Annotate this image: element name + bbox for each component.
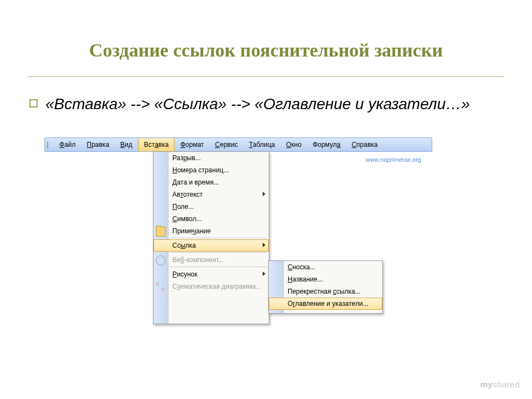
slide: Создание ссылок пояснительной записки «В… xyxy=(0,0,532,399)
link-submenu-item[interactable]: Сноска... xyxy=(269,261,382,273)
menu-таблица[interactable]: Таблица xyxy=(243,138,280,151)
insert-menu-item: Веб-компонент... xyxy=(154,254,269,266)
bullet-line: «Вставка» --> «Ссылка» --> «Оглавление и… xyxy=(29,94,489,114)
insert-menu-item[interactable]: Примечание xyxy=(154,225,269,237)
link-submenu-item[interactable]: Перекрестная ссылка... xyxy=(269,285,382,298)
insert-menu-item[interactable]: Ссылка xyxy=(154,239,269,252)
chevron-right-icon xyxy=(263,272,265,276)
menu-окно[interactable]: Окно xyxy=(280,138,307,151)
menu-вставка[interactable]: Вставка xyxy=(138,138,175,151)
insert-menu-item[interactable]: Номера страниц... xyxy=(154,164,269,176)
insert-menu-item-label: Ссылка xyxy=(172,242,196,249)
screenshot: ФайлПравкаВидВставкаФорматСервисТаблицаО… xyxy=(44,137,432,152)
link-submenu-item-label: Сноска... xyxy=(288,263,315,271)
insert-menu-item[interactable]: Разрыв... xyxy=(154,152,269,164)
menu-bar: ФайлПравкаВидВставкаФорматСервисТаблицаО… xyxy=(44,137,432,152)
menu-справка[interactable]: Справка xyxy=(346,138,383,151)
insert-menu: Разрыв...Номера страниц...Дата и время..… xyxy=(153,151,269,324)
insert-menu-item[interactable]: Дата и время... xyxy=(154,176,269,188)
insert-menu-item[interactable]: Автотекст xyxy=(154,188,269,201)
menu-вид[interactable]: Вид xyxy=(115,138,138,151)
insert-menu-item-label: Схематическая диаграмма... xyxy=(172,283,261,290)
bullet-text: «Вставка» --> «Ссылка» --> «Оглавление и… xyxy=(45,95,470,112)
slide-title: Создание ссылок пояснительной записки xyxy=(0,40,532,61)
link-submenu: Сноска...Название...Перекрестная ссылка.… xyxy=(268,260,383,314)
bullet-marker-icon xyxy=(29,99,38,108)
link-submenu-item[interactable]: Название... xyxy=(269,273,382,285)
insert-menu-item[interactable]: Символ... xyxy=(154,213,269,225)
myshared-watermark: myshared xyxy=(480,380,520,389)
link-submenu-item[interactable]: Оглавление и указатели... xyxy=(269,298,382,310)
menu-формула[interactable]: Формула xyxy=(307,138,346,151)
insert-menu-item-label: Рисунок xyxy=(172,270,197,278)
insert-menu-item-label: Дата и время... xyxy=(172,178,219,186)
insert-menu-item-label: Примечание xyxy=(172,227,211,235)
link-submenu-item-label: Название... xyxy=(288,275,323,283)
menu-файл[interactable]: Файл xyxy=(54,138,81,151)
watermark-url: www.naprimerax.org xyxy=(366,156,421,163)
menu-сервис[interactable]: Сервис xyxy=(209,138,243,151)
insert-menu-item-label: Поле... xyxy=(172,203,194,211)
insert-menu-item-label: Разрыв... xyxy=(172,154,201,162)
link-submenu-item-label: Перекрестная ссылка... xyxy=(288,288,361,295)
chevron-right-icon xyxy=(263,243,265,247)
link-submenu-item-label: Оглавление и указатели... xyxy=(288,300,369,308)
menu-формат[interactable]: Формат xyxy=(175,138,209,151)
chevron-right-icon xyxy=(263,192,265,196)
folder-icon xyxy=(156,227,166,237)
insert-menu-item-label: Веб-компонент... xyxy=(172,256,224,264)
insert-menu-item-label: Символ... xyxy=(172,215,202,223)
diagram-icon xyxy=(156,282,165,291)
insert-menu-item-label: Автотекст xyxy=(172,191,203,198)
insert-menu-item-label: Номера страниц... xyxy=(172,166,229,174)
insert-menu-item: Схематическая диаграмма... xyxy=(154,280,269,293)
menu-правка[interactable]: Правка xyxy=(81,138,115,151)
insert-menu-item[interactable]: Поле... xyxy=(154,201,269,213)
drag-handle-icon[interactable] xyxy=(47,142,50,148)
globe-icon xyxy=(156,255,166,265)
insert-menu-item[interactable]: Рисунок xyxy=(154,268,269,280)
title-underline xyxy=(28,76,504,77)
